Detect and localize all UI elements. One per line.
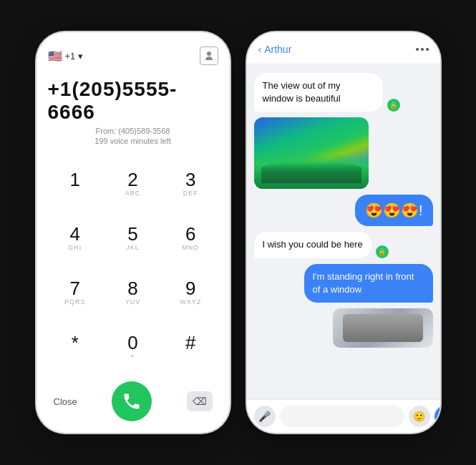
flag-icon: 🇺🇸 (48, 49, 62, 63)
keypad: 1 2 ABC 3 DEF 4 GHI 5 JKL 6 MNO 7 PQRS 8… (48, 158, 218, 373)
key-letters: PQRS (64, 298, 86, 307)
sent-bubble: I'm standing right in front of a window (304, 264, 433, 303)
key-digit: 3 (185, 170, 195, 189)
send-button[interactable]: + (434, 406, 440, 427)
chat-phone: ‹ Arthur The view out of my window is be… (247, 32, 440, 433)
dialer-from: From: (405)589-3568 (96, 127, 170, 135)
message-row: I wish you could be here 🔒 (254, 232, 433, 258)
dial-key[interactable]: 9 WXYZ (163, 267, 218, 318)
dial-key[interactable]: 7 PQRS (48, 267, 103, 318)
key-letters: + (130, 353, 135, 361)
delete-button[interactable]: ⌫ (187, 391, 213, 411)
dial-key[interactable]: 4 GHI (48, 212, 103, 264)
close-label[interactable]: Close (54, 396, 77, 407)
dot-icon (416, 48, 419, 51)
key-digit: 2 (127, 170, 137, 189)
message-row (254, 117, 433, 189)
flag-selector[interactable]: 🇺🇸 +1 ▾ (48, 49, 84, 63)
beach-image-bubble (254, 117, 369, 189)
key-digit: # (185, 333, 195, 352)
beach-image (254, 117, 369, 189)
key-digit: 0 (127, 333, 137, 352)
dial-key[interactable]: # (163, 321, 218, 373)
key-digit: 5 (127, 225, 137, 243)
key-letters: ABC (125, 190, 141, 198)
message-input[interactable] (280, 406, 404, 427)
key-digit: * (72, 333, 79, 352)
country-code: +1 (65, 51, 76, 62)
dialer-actions: Close ⌫ (48, 373, 218, 421)
key-digit: 1 (70, 170, 80, 189)
dot-icon (426, 48, 429, 51)
dial-key[interactable]: 2 ABC (105, 158, 160, 210)
attach-button[interactable]: 🙂 (409, 406, 430, 427)
key-letters: DEF (183, 190, 198, 198)
more-options-button[interactable] (416, 48, 429, 51)
key-letters: MNO (182, 244, 199, 253)
back-icon: ‹ (258, 44, 262, 55)
dial-key[interactable]: * (48, 321, 103, 373)
key-letters: JKL (126, 244, 140, 253)
chat-header: ‹ Arthur (247, 32, 440, 64)
message-row: 😍😍😍! (254, 195, 433, 226)
contact-name: Arthur (264, 44, 291, 55)
contact-icon[interactable] (200, 46, 218, 65)
backspace-icon: ⌫ (193, 396, 207, 407)
dialer-phone: 🇺🇸 +1 ▾ +1(205)5555-6666 From: (405)589-… (37, 32, 230, 433)
chat-body: The view out of my window is beautiful 🔒… (247, 64, 440, 399)
dial-key[interactable]: 8 YUV (105, 267, 160, 318)
received-bubble: I wish you could be here (254, 232, 371, 258)
dialer-number: +1(205)5555-6666 (48, 78, 218, 124)
emoji-bubble: 😍😍😍! (355, 195, 433, 226)
received-bubble: The view out of my window is beautiful (254, 73, 383, 112)
partial-image-content (343, 314, 423, 342)
key-letters: GHI (68, 244, 82, 253)
key-letters: YUV (125, 298, 141, 307)
key-digit: 4 (70, 225, 80, 243)
key-digit: 8 (127, 279, 137, 298)
mic-button[interactable]: 🎤 (254, 406, 276, 427)
dial-key[interactable]: 1 (48, 158, 103, 210)
message-row: The view out of my window is beautiful 🔒 (254, 73, 433, 112)
chevron-down-icon: ▾ (78, 51, 83, 62)
call-button[interactable] (112, 381, 152, 421)
key-digit: 6 (185, 225, 195, 243)
message-row (254, 308, 433, 348)
partial-image-bubble (333, 308, 433, 348)
key-digit: 7 (70, 279, 80, 298)
dial-key[interactable]: 3 DEF (163, 158, 218, 210)
dialer-top-bar: 🇺🇸 +1 ▾ (48, 46, 218, 65)
dial-key[interactable]: 6 MNO (163, 212, 218, 264)
message-row: I'm standing right in front of a window (254, 264, 433, 303)
key-digit: 9 (185, 279, 195, 298)
dialer-minutes: 199 voice minutes left (94, 137, 170, 145)
chat-input-bar: 🎤 🙂 + (247, 399, 440, 433)
lock-badge: 🔒 (387, 99, 400, 112)
dial-key[interactable]: 0 + (105, 321, 160, 373)
key-letters: WXYZ (180, 298, 201, 307)
dial-key[interactable]: 5 JKL (105, 212, 160, 264)
back-button[interactable]: ‹ Arthur (258, 44, 292, 55)
lock-badge: 🔒 (376, 245, 389, 258)
dot-icon (421, 48, 424, 51)
